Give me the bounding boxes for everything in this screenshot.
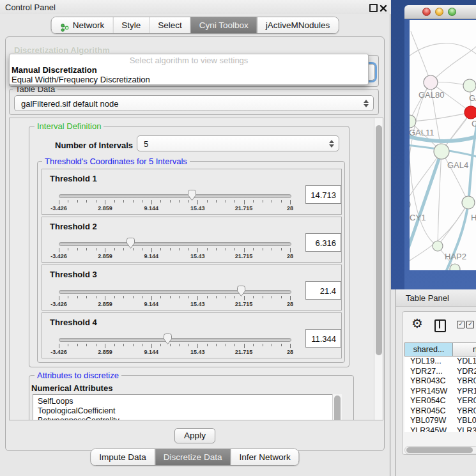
table-panel-titlebar: Table Panel <box>396 289 476 307</box>
apply-button[interactable]: Apply <box>174 428 215 443</box>
network-canvas[interactable]: GAL80GACGAL11GAL4GCY1HHAP2 <box>410 20 476 270</box>
cell-name: YPR1 <box>457 387 476 395</box>
tab-network[interactable]: Network <box>52 17 113 33</box>
attribute-item-topologicalcoefficient[interactable]: TopologicalCoefficient <box>33 406 341 416</box>
table-row[interactable]: YDR27...YDR2 <box>404 367 476 377</box>
minor-tick <box>68 344 68 346</box>
close-traffic-light-icon[interactable] <box>422 8 431 16</box>
number-of-intervals-value: 5 <box>144 139 148 148</box>
slider-track[interactable] <box>59 290 291 294</box>
threshold-value-field[interactable]: 6.316 <box>305 233 341 252</box>
tick-label: -3.426 <box>45 205 73 211</box>
network-node[interactable] <box>410 199 410 210</box>
column-view-icon[interactable] <box>434 319 446 332</box>
number-of-intervals-combo[interactable]: 5 <box>137 135 339 151</box>
tab-infer-network[interactable]: Infer Network <box>230 449 298 465</box>
cell-shared-name: YDL19... <box>410 357 441 365</box>
threshold-label: Threshold 1 <box>50 174 97 183</box>
minor-tick <box>207 248 208 250</box>
table-row[interactable]: YPR145WYPR1 <box>404 387 476 397</box>
checkbox-icon[interactable]: ✓ <box>466 321 474 328</box>
network-edge[interactable] <box>441 151 468 203</box>
table-row[interactable]: YDL19...YDL1 <box>404 357 476 367</box>
slider-thumb[interactable] <box>126 237 135 249</box>
network-node[interactable] <box>464 106 476 119</box>
tick-label: 2.859 <box>91 349 119 355</box>
table-data-combo[interactable]: galFiltered.sif default node <box>14 95 374 111</box>
minor-tick <box>179 344 180 346</box>
network-edge[interactable] <box>410 43 476 58</box>
slider-track[interactable] <box>59 338 291 342</box>
attribute-item-selfloops[interactable]: SelfLoops <box>33 397 341 406</box>
network-node[interactable] <box>450 264 460 270</box>
zoom-traffic-light-icon[interactable] <box>448 8 456 16</box>
minor-tick <box>179 296 180 298</box>
table-row[interactable]: YBR043CYBR0 <box>404 376 476 387</box>
gear-icon[interactable]: ⚙ <box>411 317 423 330</box>
cell-name: YER0 <box>457 396 476 405</box>
minor-tick <box>133 296 134 298</box>
network-node[interactable] <box>424 75 438 89</box>
tab-impute-data[interactable]: Impute Data <box>91 449 155 465</box>
numerical-attributes-list[interactable]: SelfLoopsTopologicalCoefficientBetweenne… <box>33 394 341 420</box>
minor-tick <box>68 296 68 298</box>
major-tick <box>290 200 291 204</box>
network-edge[interactable] <box>411 31 431 82</box>
network-edge-thick[interactable] <box>410 151 441 255</box>
column-header-name[interactable]: n <box>453 342 476 357</box>
threshold-label: Threshold 2 <box>50 222 97 231</box>
minor-tick <box>253 200 254 203</box>
algorithm-dropdown-popup: Select algorithm to view settings Manual… <box>9 54 369 85</box>
checkbox-icon[interactable]: ✓ <box>457 321 464 328</box>
column-header-shared-name[interactable]: shared... <box>404 342 453 357</box>
network-node[interactable] <box>463 79 476 92</box>
network-node[interactable] <box>433 241 443 251</box>
tab-label: jActiveMNodules <box>266 17 330 33</box>
table-horizontal-scrollbar[interactable] <box>404 446 476 454</box>
minor-tick <box>234 296 235 298</box>
table-row[interactable]: YBR045CYBR0 <box>404 406 476 417</box>
settings-scrollbar[interactable] <box>374 118 383 420</box>
major-tick <box>151 344 152 348</box>
threshold-value-field[interactable]: 11.344 <box>305 329 341 348</box>
network-node[interactable] <box>462 196 475 209</box>
tick-label: 21.715 <box>230 301 258 307</box>
cell-shared-name: YDR27... <box>410 367 443 376</box>
threshold-value-field[interactable]: 14.713 <box>305 185 341 204</box>
minor-tick <box>207 200 208 203</box>
tab-jactivemnodules[interactable]: jActiveMNodules <box>257 17 339 33</box>
slider-track[interactable] <box>59 242 291 246</box>
tab-select[interactable]: Select <box>149 17 190 33</box>
minor-tick <box>160 296 161 298</box>
tab-discretize-data[interactable]: Discretize Data <box>155 449 231 465</box>
network-node[interactable] <box>434 144 449 159</box>
tab-cyni-toolbox[interactable]: Cyni Toolbox <box>190 17 257 33</box>
algorithm-option-equal-width-frequency-discretization[interactable]: Equal Width/Frequency Discretization <box>12 75 150 84</box>
attributes-list-scrollbar[interactable] <box>332 394 342 420</box>
minimize-traffic-light-icon[interactable] <box>435 8 443 16</box>
network-edge[interactable] <box>410 112 471 121</box>
table-row[interactable]: YER054CYER0 <box>404 396 476 406</box>
major-tick <box>105 296 105 300</box>
tab-style[interactable]: Style <box>112 17 149 33</box>
network-edge[interactable] <box>431 45 476 82</box>
tick-label: 9.144 <box>137 301 165 307</box>
slider-thumb[interactable] <box>236 285 246 297</box>
attribute-item-betweennesscentrality[interactable]: BetweennessCentrality <box>33 416 341 420</box>
table-row[interactable]: YBL079WYBL0 <box>404 416 476 426</box>
table-row[interactable]: YLR345WYLR3 <box>404 426 476 433</box>
threshold-value-field[interactable]: 21.4 <box>305 281 341 300</box>
slider-thumb[interactable] <box>187 189 197 201</box>
interval-definition-title: Interval Definition <box>35 121 104 131</box>
tick-label: 9.144 <box>137 205 165 211</box>
float-window-icon[interactable] <box>369 4 378 12</box>
right-region: GAL80GACGAL11GAL4GCY1HHAP2 Table Panel ⚙… <box>391 0 476 476</box>
slider-track[interactable] <box>59 194 291 198</box>
tab-label: Impute Data <box>99 449 146 465</box>
minor-tick <box>142 248 142 250</box>
minor-tick <box>142 200 142 203</box>
slider-thumb[interactable] <box>163 333 173 345</box>
close-icon[interactable] <box>380 3 387 11</box>
major-tick <box>59 248 59 252</box>
algorithm-option-manual-discretization[interactable]: Manual Discretization <box>12 65 97 75</box>
